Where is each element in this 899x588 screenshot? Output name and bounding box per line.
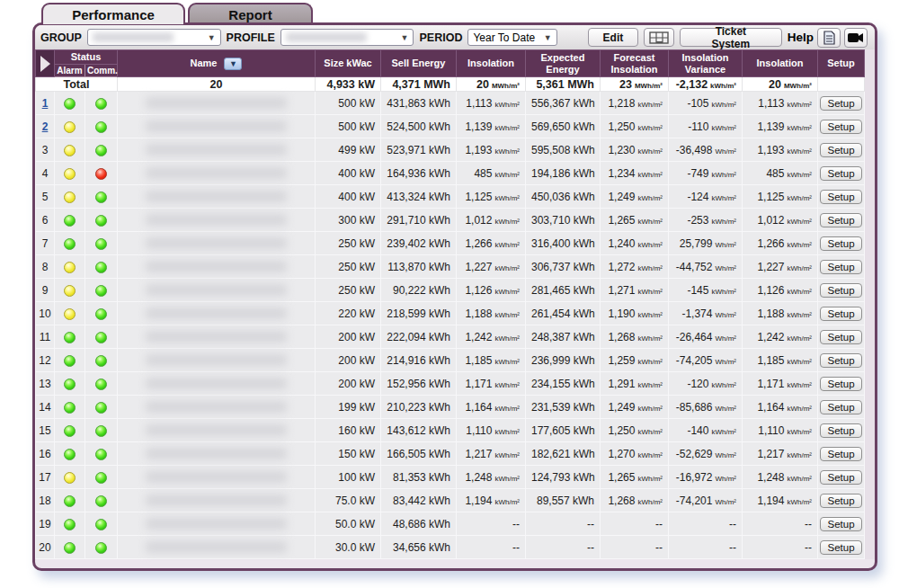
period-select[interactable]: Year To Date ▼ [467,29,556,46]
total-label: Total [36,77,118,92]
setup-button[interactable]: Setup [820,447,861,461]
setup-button[interactable]: Setup [820,400,861,414]
row-number: 20 [39,541,50,554]
insolation-2-cell: 1,242kWh/m² [743,325,818,349]
expected-energy-cell: -- [526,512,601,536]
site-name-cell [118,162,316,185]
insolation-2-cell: 1,171kWh/m² [743,372,818,396]
expected-energy-cell: 194,186 kWh [526,162,601,185]
row-number: 16 [39,448,50,460]
expected-energy-cell: 450,036 kWh [526,185,601,209]
setup-button[interactable]: Setup [820,307,861,321]
site-name-redacted [146,378,288,389]
alarm-status-cell [55,115,85,138]
setup-button[interactable]: Setup [820,470,861,485]
insolation-2-cell: -- [743,512,818,536]
table-row: 7250 kW239,402 kWh1,266kWh/m²316,400 kWh… [36,232,865,255]
setup-button[interactable]: Setup [820,213,861,227]
row-number: 13 [39,378,50,390]
row-number-link[interactable]: 2 [42,120,49,133]
site-name-cell [118,349,316,372]
comm-status-cell [85,232,118,255]
forecast-insolation-cell: 1,249kWh/m² [601,396,669,419]
setup-cell: Setup [818,325,865,349]
comm-led-green [95,192,107,203]
setup-button[interactable]: Setup [820,236,861,251]
total-forecast: 23MWh/m² [601,77,669,92]
setup-button[interactable]: Setup [820,120,861,134]
setup-button[interactable]: Setup [820,517,861,531]
grid-view-button[interactable] [644,28,674,47]
chevron-down-icon: ▼ [544,33,552,42]
forecast-insolation-cell: 1,272kWh/m² [601,255,669,279]
tab-performance[interactable]: Performance [41,3,185,24]
insolation-2-cell: 1,266kWh/m² [743,232,818,255]
setup-button[interactable]: Setup [820,353,861,368]
setup-button[interactable]: Setup [820,260,861,274]
setup-cell: Setup [818,255,865,279]
site-name-redacted [146,120,288,132]
alarm-status-cell [55,185,85,209]
setup-button[interactable]: Setup [820,494,861,508]
help-video-button[interactable] [844,28,868,48]
setup-button[interactable]: Setup [820,423,861,438]
collapse-arrow-header[interactable] [36,50,55,77]
row-number: 5 [42,191,49,203]
table-row: 3499 kW523,971 kWh1,193kWh/m²595,508 kWh… [36,138,865,162]
sell-energy-cell: 152,956 kWh [381,372,457,396]
help-document-button[interactable] [817,28,841,48]
edit-button[interactable]: Edit [588,28,639,47]
setup-cell: Setup [818,536,865,559]
sell-energy-cell: 113,870 kWh [381,255,457,279]
setup-button[interactable]: Setup [820,377,861,391]
table-row: 1875.0 kW83,442 kWh1,194kWh/m²89,557 kWh… [36,489,865,512]
comm-led-green [95,121,107,133]
setup-cell: Setup [818,209,865,232]
tab-report[interactable]: Report [188,3,313,24]
setup-button[interactable]: Setup [820,166,861,181]
site-name-cell [118,92,316,115]
insolation-cell: 1,188kWh/m² [457,302,526,325]
row-number: 12 [39,354,50,367]
grid-icon [649,31,669,44]
setup-button[interactable]: Setup [820,540,861,555]
insolation-cell: 1,171kWh/m² [457,372,526,396]
setup-button[interactable]: Setup [820,96,861,111]
table-row: 9250 kW90,222 kWh1,126kWh/m²281,465 kWh1… [36,279,865,302]
site-name-cell [118,302,316,325]
alarm-status-cell [55,138,85,162]
forecast-insolation-cell: 1,230kWh/m² [601,138,669,162]
site-name-redacted [146,237,288,249]
row-number-cell: 17 [36,466,55,489]
site-name-redacted [146,167,288,179]
name-sort-dropdown-icon[interactable]: ▼ [224,58,242,70]
insolation-cell: 1,125kWh/m² [457,185,526,209]
forecast-insolation-cell: -- [601,536,669,559]
insolation-variance-cell: -- [669,536,743,559]
ticket-system-button[interactable]: Ticket System [680,28,782,47]
comm-status-cell [85,115,118,138]
size-cell: 30.0 kW [316,536,381,559]
insolation-cell: 1,217kWh/m² [457,442,526,466]
profile-select[interactable]: ▼ [280,29,414,46]
setup-button[interactable]: Setup [820,283,861,298]
size-cell: 160 kW [316,419,381,442]
comm-led-green [95,449,107,460]
setup-button[interactable]: Setup [820,143,861,157]
sell-energy-cell: 81,353 kWh [381,466,457,489]
site-name-redacted [146,331,288,343]
row-number-link[interactable]: 1 [42,97,49,110]
insolation-2-cell: 1,227kWh/m² [743,255,818,279]
group-select[interactable]: ▼ [87,29,221,46]
setup-button[interactable]: Setup [820,330,861,344]
right-gutter [865,49,875,559]
forecast-insolation-cell: 1,268kWh/m² [601,325,669,349]
alarm-status-cell [55,92,85,115]
group-value-redacted [93,32,174,42]
table-row: 1950.0 kW48,686 kWh----------Setup [36,512,865,536]
row-number-cell: 16 [36,442,55,466]
setup-cell: Setup [818,419,865,442]
table-row: 14199 kW210,223 kWh1,164kWh/m²231,539 kW… [36,396,865,419]
table-row: 5400 kW413,324 kWh1,125kWh/m²450,036 kWh… [36,185,865,209]
setup-button[interactable]: Setup [820,190,861,204]
